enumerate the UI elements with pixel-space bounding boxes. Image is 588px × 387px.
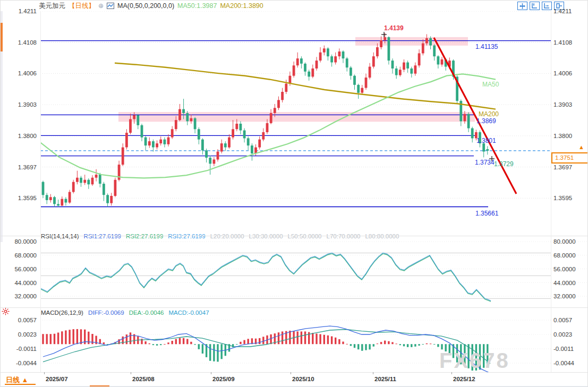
axis-tick-label: 0.0023 — [4, 331, 37, 338]
axis-tick-label: 1.4211 — [4, 8, 37, 14]
axis-tick-label: 68.0000 — [553, 252, 576, 259]
macd-settings-icon[interactable] — [2, 307, 10, 317]
x-axis-tick — [373, 372, 373, 374]
rsi3-value: RSI3:27.6199 — [168, 233, 205, 239]
axis-tick-label: 1.3595 — [553, 195, 572, 201]
x-axis-tick — [131, 372, 131, 374]
axis-tick-label: 1.3800 — [4, 133, 37, 139]
session-low-label: 1.3729 — [494, 160, 514, 168]
axis-tick-label: 32.0000 — [4, 293, 37, 299]
axis-tick-label: 0.0023 — [553, 331, 572, 338]
timeframe-tab-underline — [5, 384, 36, 385]
x-axis-tick — [451, 372, 452, 374]
y-axis-zoom-icon[interactable] — [530, 2, 540, 10]
axis-tick-label: 1.4006 — [553, 70, 572, 76]
left-scrollbar-thumb[interactable] — [1, 23, 3, 51]
watermark: FX678 — [439, 349, 510, 373]
current-price-box: 1.3751 — [551, 152, 588, 164]
rsi-header: RSI(14,14,14) RSI1:27.6199 RSI2:27.6199 … — [41, 233, 399, 239]
divider — [551, 11, 551, 372]
macd-header: MACD(26,12,9) DIFF:-0.0069 DEA:-0.0046 M… — [41, 309, 209, 316]
x-axis-month-label: 2025/07 — [46, 376, 68, 382]
axis-tick-label: 1.4108 — [4, 39, 37, 46]
divider — [1, 236, 588, 236]
rsi1-value: RSI1:27.6199 — [84, 233, 121, 239]
rsi2-value: RSI2:27.6199 — [126, 233, 163, 239]
period-tag[interactable]: 【日线】 — [69, 2, 95, 11]
resistance-label: 1.41135 — [475, 43, 498, 50]
axis-tick-label: 1.3697 — [553, 164, 572, 170]
chart-header: 美元加元 【日线】 ⊕ MA(0,50,0,200,0,0) MA50:1.39… — [39, 2, 263, 10]
x-axis-tick — [291, 372, 291, 374]
x-axis-zoom-icon[interactable] — [542, 2, 552, 10]
ma-settings-label: MA(0,50,0,200,0,0) — [117, 2, 174, 10]
rsi-l50: L50:50.0000 — [288, 233, 322, 239]
divider — [1, 307, 588, 308]
ma200-tag: MA200 — [479, 110, 499, 118]
support1-label: 1.3869 — [476, 117, 496, 125]
support3-label: 1.3734 — [475, 159, 495, 166]
rsi-l30: L30:30.0000 — [249, 233, 283, 239]
axis-tick-label: 0.0057 — [553, 317, 572, 323]
chart-app: 美元加元 【日线】 ⊕ MA(0,50,0,200,0,0) MA50:1.39… — [0, 0, 588, 387]
axis-tick-label: 56.0000 — [4, 266, 37, 272]
axis-tick-label: 32.0000 — [553, 293, 576, 299]
x-axis-month-label: 2025/08 — [132, 376, 155, 382]
axis-tick-label: 80.0000 — [4, 238, 37, 245]
ma50-value: MA50:1.3987 — [177, 2, 217, 10]
price-chart-canvas[interactable] — [40, 11, 551, 236]
x-axis-month-label: 2025/11 — [374, 376, 396, 382]
rsi-l20: L20:20.0000 — [210, 233, 244, 239]
axis-tick-label: 1.4108 — [553, 39, 572, 46]
macd-diff-value: DIFF:-0.0069 — [88, 309, 124, 316]
x-axis-month-label: 2025/10 — [292, 376, 314, 382]
x-axis-tick — [211, 372, 211, 374]
axis-tick-label: 1.3903 — [4, 101, 37, 108]
rsi-panel-canvas[interactable] — [40, 238, 587, 307]
link-icon[interactable]: ⊕ — [98, 2, 104, 10]
rsi-l80: L80:80.0000 — [365, 233, 399, 239]
support4-label: 1.35661 — [475, 210, 498, 217]
peak-price-label: 1.4139 — [384, 24, 404, 32]
macd-value: MACD:-0.0047 — [169, 309, 209, 316]
axis-tick-label: 1.4006 — [4, 70, 37, 76]
axis-tick-label: 44.0000 — [553, 280, 576, 286]
axis-tick-label: 1.3697 — [4, 164, 37, 170]
axis-tick-label: 1.3903 — [553, 101, 572, 108]
axis-tick-label: 68.0000 — [4, 252, 37, 259]
axis-tick-label: 0.0057 — [4, 317, 37, 323]
pan-icon[interactable] — [517, 2, 527, 10]
macd-dea-value: DEA:-0.0046 — [129, 309, 164, 316]
axis-tick-label: -0.0044 — [553, 360, 574, 366]
ma50-tag: MA50 — [482, 81, 499, 88]
x-axis-month-label: 2025/09 — [212, 376, 235, 382]
ma200-value: MA200:1.3890 — [220, 2, 263, 10]
support2-label: 1.3801 — [476, 137, 496, 144]
macd-title: MACD(26,12,9) — [41, 309, 83, 316]
axis-tick-label: -0.0011 — [4, 346, 37, 352]
axis-tick-label: 1.3800 — [553, 133, 572, 139]
indicator-icon[interactable] — [107, 3, 114, 9]
divider — [40, 11, 41, 372]
axis-tick-label: 1.4211 — [553, 8, 572, 14]
rsi-l70: L70:70.0000 — [327, 233, 361, 239]
axis-tick-label: 1.3595 — [4, 195, 37, 201]
axis-tick-label: -0.0044 — [4, 360, 37, 366]
x-axis-month-label: 2025/12 — [453, 376, 475, 382]
axis-tick-label: 56.0000 — [553, 266, 576, 272]
axis-tick-label: -0.0011 — [553, 346, 574, 352]
price-up-arrow-icon: ▲ — [578, 144, 584, 150]
divider — [1, 372, 588, 373]
axis-tick-label: 44.0000 — [4, 280, 37, 286]
rsi-title: RSI(14,14,14) — [41, 233, 79, 239]
axis-tick-label: 80.0000 — [553, 238, 576, 245]
symbol-title: 美元加元 — [39, 2, 65, 11]
x-axis-tick — [44, 372, 45, 374]
